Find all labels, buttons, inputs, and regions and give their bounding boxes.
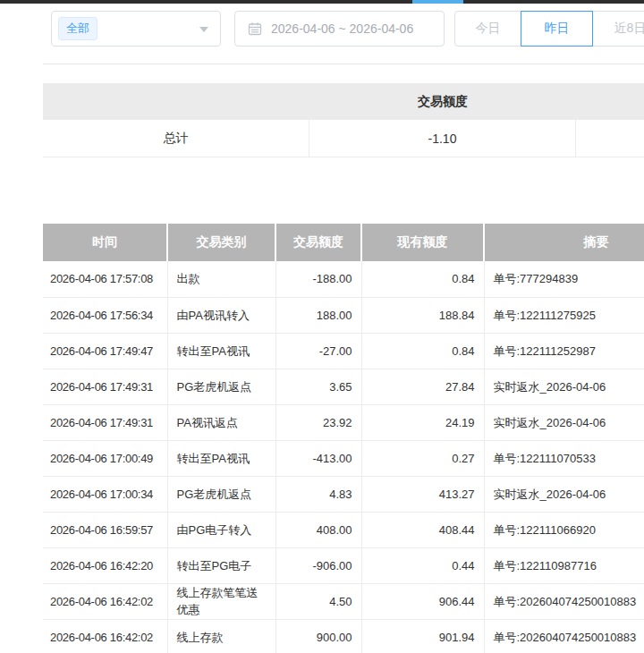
calendar-icon <box>248 21 262 36</box>
transactions-table: 时间 交易类别 交易额度 现有额度 摘要 2026-04-06 17:57:08… <box>43 224 644 653</box>
quick-button-last8days[interactable]: 近8日 <box>592 11 644 47</box>
summary-header-blank2 <box>576 83 644 120</box>
table-row: 2026-04-06 17:00:34 PG老虎机返点 4.83 413.27 … <box>43 476 644 512</box>
cell-amount: 900.00 <box>275 619 361 653</box>
date-range-picker[interactable]: 2026-04-06 ~ 2026-04-06 <box>234 11 445 47</box>
cell-type: 转出至PA视讯 <box>167 440 275 476</box>
cell-type: 转出至PA视讯 <box>167 333 275 369</box>
cell-type: 线上存款笔笔送优惠 <box>167 583 275 619</box>
cell-balance: 0.27 <box>361 440 484 476</box>
table-row: 2026-04-06 16:42:02 线上存款 900.00 901.94 单… <box>43 619 644 653</box>
column-header-balance: 现有额度 <box>361 224 484 261</box>
cell-amount: 23.92 <box>275 404 361 440</box>
cell-balance: 188.84 <box>361 297 484 333</box>
cell-amount: -188.00 <box>275 261 361 297</box>
cell-amount: 188.00 <box>275 297 361 333</box>
cell-balance: 0.84 <box>361 333 484 369</box>
chevron-down-icon <box>199 27 208 32</box>
cell-amount: -906.00 <box>275 547 361 583</box>
table-row: 2026-04-06 16:59:57 由PG电子转入 408.00 408.4… <box>43 512 644 547</box>
cell-time: 2026-04-06 16:42:02 <box>43 583 167 619</box>
cell-note: 单号:777294839 <box>484 261 644 297</box>
cell-note: 单号:122110987716 <box>484 547 644 583</box>
filter-divider <box>43 64 644 64</box>
cell-balance: 906.44 <box>361 583 484 619</box>
cell-note: 单号:122111275925 <box>484 297 644 333</box>
cell-type: 出款 <box>167 261 275 297</box>
cell-balance: 27.84 <box>361 369 484 404</box>
cell-balance: 413.27 <box>361 476 484 512</box>
cell-note: 单号:122111070533 <box>484 440 644 476</box>
cell-balance: 0.44 <box>361 547 484 583</box>
column-header-note: 摘要 <box>484 224 644 261</box>
cell-type: PG老虎机返点 <box>167 369 275 404</box>
transaction-type-select[interactable]: 全部 <box>51 11 221 47</box>
cell-time: 2026-04-06 16:42:02 <box>43 619 167 653</box>
summary-header-blank <box>43 83 309 120</box>
cell-note: 单号:202604074250010883 <box>484 583 644 619</box>
transactions-header-row: 时间 交易类别 交易额度 现有额度 摘要 <box>43 224 644 261</box>
cell-note: 单号:202604074250010883 <box>484 619 644 653</box>
table-row: 2026-04-06 17:00:49 转出至PA视讯 -413.00 0.27… <box>43 440 644 476</box>
cell-time: 2026-04-06 17:00:34 <box>43 476 167 512</box>
cell-time: 2026-04-06 17:49:31 <box>43 404 167 440</box>
transactions-table-wrap: 时间 交易类别 交易额度 现有额度 摘要 2026-04-06 17:57:08… <box>43 224 644 653</box>
quick-button-yesterday[interactable]: 昨日 <box>521 11 593 47</box>
cell-amount: 4.50 <box>275 583 361 619</box>
cell-time: 2026-04-06 16:59:57 <box>43 512 167 547</box>
transactions-body: 2026-04-06 17:57:08 出款 -188.00 0.84 单号:7… <box>43 261 644 653</box>
cell-amount: -27.00 <box>275 333 361 369</box>
column-header-type: 交易类别 <box>167 224 275 261</box>
table-row: 2026-04-06 17:56:34 由PA视讯转入 188.00 188.8… <box>43 297 644 333</box>
cell-amount: -413.00 <box>275 440 361 476</box>
cell-type: 由PA视讯转入 <box>167 297 275 333</box>
cell-type: PA视讯返点 <box>167 404 275 440</box>
quick-range-buttons: 今日 昨日 近8日 <box>454 11 644 47</box>
selected-type-tag[interactable]: 全部 <box>58 17 97 40</box>
browser-tab-strip <box>0 0 644 4</box>
cell-time: 2026-04-06 16:42:20 <box>43 547 167 583</box>
table-row: 2026-04-06 17:49:31 PA视讯返点 23.92 24.19 实… <box>43 404 644 440</box>
column-header-time: 时间 <box>43 224 167 261</box>
cell-amount: 3.65 <box>275 369 361 404</box>
cell-note: 实时返水_2026-04-06 <box>484 369 644 404</box>
summary-total-blank <box>576 120 644 157</box>
cell-note: 单号:122111252987 <box>484 333 644 369</box>
table-row: 2026-04-06 17:49:47 转出至PA视讯 -27.00 0.84 … <box>43 333 644 369</box>
cell-amount: 408.00 <box>275 512 361 547</box>
table-row: 2026-04-06 16:42:02 线上存款笔笔送优惠 4.50 906.4… <box>43 583 644 619</box>
cell-note: 实时返水_2026-04-06 <box>484 476 644 512</box>
cell-amount: 4.83 <box>275 476 361 512</box>
cell-note: 实时返水_2026-04-06 <box>484 404 644 440</box>
quick-button-today[interactable]: 今日 <box>454 11 521 47</box>
cell-type: 线上存款 <box>167 619 275 653</box>
cell-type: 由PG电子转入 <box>167 512 275 547</box>
date-range-value: 2026-04-06 ~ 2026-04-06 <box>271 12 413 46</box>
cell-note: 单号:122111066920 <box>484 512 644 547</box>
cell-time: 2026-04-06 17:49:31 <box>43 369 167 404</box>
column-header-amount: 交易额度 <box>275 224 361 261</box>
summary-header-row: 交易额度 <box>43 83 644 120</box>
summary-total-value: -1.10 <box>309 120 576 157</box>
summary-total-label: 总计 <box>43 120 309 157</box>
cell-type: PG老虎机返点 <box>167 476 275 512</box>
cell-balance: 0.84 <box>361 261 484 297</box>
cell-type: 转出至PG电子 <box>167 547 275 583</box>
summary-total-row: 总计 -1.10 <box>43 120 644 157</box>
table-row: 2026-04-06 16:42:20 转出至PG电子 -906.00 0.44… <box>43 547 644 583</box>
cell-balance: 408.44 <box>361 512 484 547</box>
cell-balance: 24.19 <box>361 404 484 440</box>
cell-balance: 901.94 <box>361 619 484 653</box>
active-tab-indicator[interactable] <box>412 0 463 4</box>
table-row: 2026-04-06 17:49:31 PG老虎机返点 3.65 27.84 实… <box>43 369 644 404</box>
summary-header-amount: 交易额度 <box>309 83 576 120</box>
cell-time: 2026-04-06 17:49:47 <box>43 333 167 369</box>
summary-table: 交易额度 总计 -1.10 <box>43 83 644 157</box>
cell-time: 2026-04-06 17:00:49 <box>43 440 167 476</box>
cell-time: 2026-04-06 17:56:34 <box>43 297 167 333</box>
cell-time: 2026-04-06 17:57:08 <box>43 261 167 297</box>
table-row: 2026-04-06 17:57:08 出款 -188.00 0.84 单号:7… <box>43 261 644 297</box>
